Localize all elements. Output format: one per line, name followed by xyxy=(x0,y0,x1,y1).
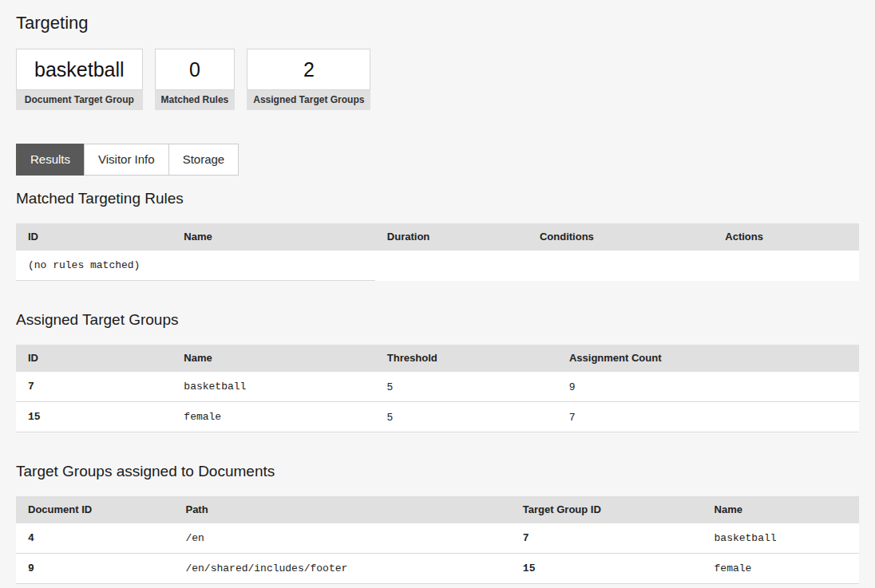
table-header-row: ID Name Duration Conditions Actions xyxy=(16,223,859,251)
table-row: 15 female 5 7 xyxy=(16,402,859,432)
column-header-name: Name xyxy=(703,496,859,523)
tab-bar: Results Visitor Info Storage xyxy=(16,144,859,176)
column-header-target-group-id: Target Group ID xyxy=(511,496,703,523)
group-threshold-cell: 5 xyxy=(375,402,557,432)
table-header-row: ID Name Threshold Assignment Count xyxy=(16,345,859,372)
stat-label-matched-rules: Matched Rules xyxy=(155,90,236,110)
target-group-name-cell: female xyxy=(703,554,859,584)
table-row: 9 /en/shared/includes/footer 15 female xyxy=(16,554,859,584)
target-group-id-cell: 7 xyxy=(511,523,703,554)
stat-card-matched-rules: 0 Matched Rules xyxy=(155,49,236,110)
targeting-page: Targeting basketball Document Target Gro… xyxy=(0,0,875,588)
stat-card-document-target-group: basketball Document Target Group xyxy=(16,49,143,110)
column-header-threshold: Threshold xyxy=(375,345,557,372)
group-name-cell: female xyxy=(172,402,374,432)
stat-value-document-target-group: basketball xyxy=(16,49,143,90)
document-id-cell: 9 xyxy=(16,554,173,584)
column-header-assignment-count: Assignment Count xyxy=(557,345,859,372)
stat-value-matched-rules: 0 xyxy=(155,49,236,90)
column-header-conditions: Conditions xyxy=(528,223,713,251)
stat-cards: basketball Document Target Group 0 Match… xyxy=(16,49,859,110)
empty-cell xyxy=(375,251,528,281)
table-row: 7 basketball 5 9 xyxy=(16,372,859,402)
stat-label-assigned-target-groups: Assigned Target Groups xyxy=(247,90,370,110)
document-groups-table: Document ID Path Target Group ID Name 4 … xyxy=(16,496,859,584)
matched-rules-table: ID Name Duration Conditions Actions (no … xyxy=(16,223,859,281)
stat-label-document-target-group: Document Target Group xyxy=(16,90,143,110)
stat-value-assigned-target-groups: 2 xyxy=(247,49,370,90)
document-path-cell: /en/shared/includes/footer xyxy=(173,554,510,584)
group-assignment-count-cell: 7 xyxy=(557,402,859,432)
tab-visitor-info[interactable]: Visitor Info xyxy=(84,144,169,176)
assigned-groups-table: ID Name Threshold Assignment Count 7 bas… xyxy=(16,345,859,432)
empty-state-row: (no rules matched) xyxy=(16,251,859,281)
document-path-cell: /en xyxy=(173,523,510,554)
document-id-cell: 4 xyxy=(16,523,173,554)
group-assignment-count-cell: 9 xyxy=(557,372,859,402)
column-header-name: Name xyxy=(172,223,374,251)
document-groups-heading: Target Groups assigned to Documents xyxy=(16,462,859,480)
empty-state-message: (no rules matched) xyxy=(16,251,375,281)
empty-cell xyxy=(713,251,859,281)
column-header-name: Name xyxy=(172,345,374,372)
target-group-id-cell: 15 xyxy=(511,554,703,584)
column-header-duration: Duration xyxy=(375,223,528,251)
group-name-cell: basketball xyxy=(172,372,374,402)
assigned-groups-heading: Assigned Target Groups xyxy=(16,310,859,329)
group-threshold-cell: 5 xyxy=(375,372,557,402)
tab-results[interactable]: Results xyxy=(16,144,85,176)
tab-storage[interactable]: Storage xyxy=(168,144,240,176)
column-header-document-id: Document ID xyxy=(16,496,173,523)
group-id-cell: 7 xyxy=(16,372,172,402)
stat-card-assigned-target-groups: 2 Assigned Target Groups xyxy=(247,49,370,110)
target-group-name-cell: basketball xyxy=(703,523,859,554)
table-header-row: Document ID Path Target Group ID Name xyxy=(16,496,859,523)
group-id-cell: 15 xyxy=(16,402,172,432)
column-header-actions: Actions xyxy=(713,223,859,251)
matched-rules-heading: Matched Targeting Rules xyxy=(16,189,859,207)
page-title: Targeting xyxy=(16,13,859,34)
table-row: 4 /en 7 basketball xyxy=(16,523,859,554)
column-header-id: ID xyxy=(16,223,172,251)
column-header-path: Path xyxy=(173,496,510,523)
column-header-id: ID xyxy=(16,345,172,372)
empty-cell xyxy=(528,251,713,281)
